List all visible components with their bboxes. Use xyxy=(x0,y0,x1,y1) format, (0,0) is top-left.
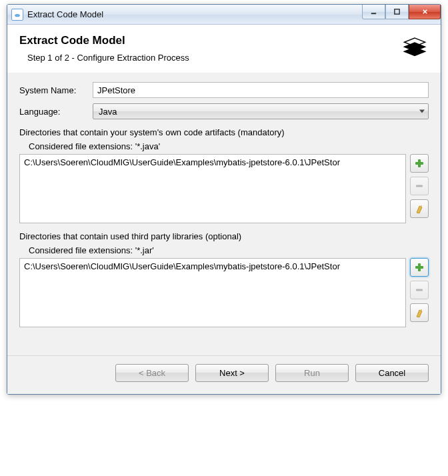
own-code-label: Directories that contain your system's o… xyxy=(19,127,429,137)
svg-point-5 xyxy=(421,205,422,207)
window-title: Extract Code Model xyxy=(27,9,362,19)
page-subtitle: Step 1 of 2 - Configure Extraction Proce… xyxy=(27,53,395,63)
own-code-section: Directories that contain your system's o… xyxy=(19,127,429,223)
system-name-label: System Name: xyxy=(19,85,87,95)
clear-button[interactable] xyxy=(410,199,429,218)
svg-point-9 xyxy=(421,309,422,311)
layers-icon xyxy=(401,34,429,62)
language-value: Java xyxy=(99,107,117,117)
run-button[interactable]: Run xyxy=(275,364,349,382)
cancel-button[interactable]: Cancel xyxy=(355,364,429,382)
maximize-button[interactable] xyxy=(385,5,409,19)
language-select[interactable]: Java xyxy=(93,103,429,119)
third-party-ext-label: Considered file extensions: '*.jar' xyxy=(29,245,429,255)
add-button[interactable] xyxy=(410,258,429,277)
minimize-button[interactable] xyxy=(362,5,385,19)
titlebar[interactable]: Extract Code Model xyxy=(7,5,441,25)
svg-rect-1 xyxy=(395,9,399,14)
window-controls xyxy=(362,5,441,24)
clear-button[interactable] xyxy=(410,303,429,322)
add-button[interactable] xyxy=(410,154,429,173)
wizard-header: Extract Code Model Step 1 of 2 - Configu… xyxy=(7,25,441,72)
remove-button[interactable] xyxy=(410,177,429,195)
third-party-label: Directories that contain used third part… xyxy=(19,231,429,241)
page-title: Extract Code Model xyxy=(19,34,395,47)
own-code-listbox[interactable]: C:\Users\Soeren\CloudMIG\UserGuide\Examp… xyxy=(19,154,406,223)
own-code-ext-label: Considered file extensions: '*.java' xyxy=(29,141,429,151)
back-button[interactable]: < Back xyxy=(115,364,189,382)
third-party-listbox[interactable]: C:\Users\Soeren\CloudMIG\UserGuide\Examp… xyxy=(19,258,406,327)
svg-rect-0 xyxy=(371,13,376,14)
chevron-down-icon xyxy=(419,110,425,113)
wizard-body: System Name: Language: Java Directories … xyxy=(7,73,441,355)
list-item[interactable]: C:\Users\Soeren\CloudMIG\UserGuide\Examp… xyxy=(20,261,405,272)
svg-rect-3 xyxy=(415,162,423,165)
list-item[interactable]: C:\Users\Soeren\CloudMIG\UserGuide\Examp… xyxy=(20,157,405,168)
svg-rect-7 xyxy=(415,266,423,269)
remove-button[interactable] xyxy=(410,281,429,299)
dialog-window: Extract Code Model Extract Code Model St… xyxy=(7,4,441,395)
app-icon xyxy=(11,9,23,21)
language-label: Language: xyxy=(19,107,87,117)
third-party-section: Directories that contain used third part… xyxy=(19,231,429,327)
system-name-input[interactable] xyxy=(93,82,429,98)
close-button[interactable] xyxy=(409,5,441,19)
next-button[interactable]: Next > xyxy=(195,364,269,382)
svg-rect-8 xyxy=(416,289,423,291)
svg-rect-4 xyxy=(416,185,423,187)
wizard-footer: < Back Next > Run Cancel xyxy=(7,355,441,394)
